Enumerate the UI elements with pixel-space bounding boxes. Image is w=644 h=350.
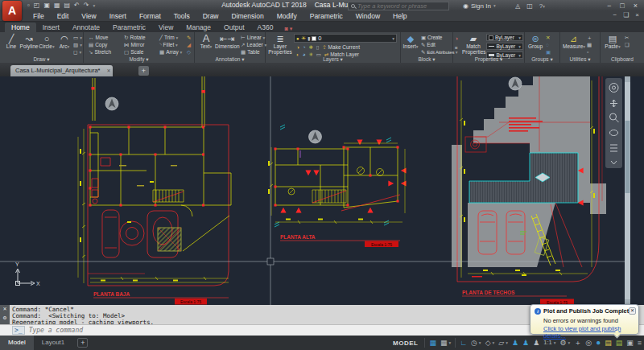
ribbon-display-toggle-icon[interactable]: ◙ ▾ [284, 26, 292, 32]
qat-customize-icon[interactable]: ▾ [93, 1, 96, 10]
menu-window[interactable]: Window [349, 12, 386, 20]
polyline-button[interactable]: ↝Polyline [19, 34, 39, 49]
redo-icon[interactable]: ↷ [84, 1, 89, 10]
ribbon-tab-insert[interactable]: Insert [36, 23, 66, 32]
open-file-icon[interactable]: ◰ [34, 1, 40, 10]
panel-label-modify[interactable]: Modify ▾ [84, 56, 194, 63]
panel-label-draw[interactable]: Draw ▾ [0, 56, 83, 63]
edit-attributes-button[interactable]: ✎Edit Attributes ▾ [421, 49, 457, 56]
notification-close-icon[interactable]: ✕ [629, 307, 636, 315]
layer-dropdown[interactable]: ● ☀ ▮ 0 ▾ [294, 34, 397, 43]
command-close-icon[interactable]: ✕ [0, 305, 10, 314]
rectangle-tool-icon[interactable]: ▭▾ [73, 35, 82, 41]
hatch-tool-icon[interactable]: ▨▾ [73, 42, 82, 48]
model-space-button[interactable]: MODEL [390, 340, 420, 347]
object-color-dropdown[interactable]: ByLayer▾ [486, 34, 523, 41]
file-tab-active[interactable]: Casa L-Municipal_Arquitectura* ✕ [10, 65, 113, 76]
menu-draw[interactable]: Draw [196, 12, 225, 20]
region-tool-icon[interactable]: ◻▾ [73, 49, 81, 56]
quick-select-icon[interactable]: ＋ [587, 35, 594, 41]
linear-button[interactable]: ⊢Linear ▾ [241, 35, 265, 41]
layer-freeze-icon[interactable]: ❄ [309, 44, 313, 50]
text-button[interactable]: AText▾ [197, 34, 215, 50]
create-block-button[interactable]: ▣Create [421, 35, 442, 41]
new-drawing-tab-button[interactable]: + [138, 66, 149, 76]
save-icon[interactable]: ▣ [43, 1, 50, 10]
ribbon-tab-annotate[interactable]: Annotate [66, 23, 106, 32]
offset-button[interactable]: ◇ [187, 49, 192, 56]
measure-button[interactable]: ⊿Measure▾ [563, 34, 584, 50]
panel-label-annotation[interactable]: Annotation ▾ [195, 56, 265, 63]
ribbon-tab-view[interactable]: View [152, 23, 180, 32]
menu-edit[interactable]: Edit [51, 12, 76, 20]
doc-minimize-icon[interactable]: − [613, 11, 617, 19]
menu-tools[interactable]: Tools [167, 12, 196, 20]
group-selection-icon[interactable]: ▣ [546, 49, 552, 56]
fillet-button[interactable]: ◝Fillet ▾ [159, 42, 178, 48]
navigation-bar[interactable] [605, 78, 622, 168]
new-layout-button[interactable]: + [77, 338, 88, 348]
layer-properties-button[interactable]: ≣Layer Properties [268, 34, 292, 55]
drawing-svg[interactable]: PLANTA BAJA Escala 1:75 [0, 76, 644, 305]
grid-display-icon[interactable]: ▦ [429, 336, 436, 350]
doc-close-icon[interactable]: × [635, 11, 639, 19]
isometric-drafting-icon[interactable]: ◇ [485, 336, 491, 350]
command-grip[interactable]: ✕ ⚙ [0, 305, 10, 324]
a360-icon[interactable]: ◬ [515, 2, 520, 10]
minimize-button[interactable]: − [607, 2, 611, 10]
annotation-visibility-icon[interactable]: ♟ [512, 336, 518, 350]
new-file-icon[interactable]: ▫ [27, 1, 30, 10]
scroll-up-icon[interactable] [625, 76, 630, 82]
annotation-autoscale-icon[interactable]: ♟ [522, 336, 529, 350]
layout-tab-model[interactable]: Model [0, 336, 34, 350]
polar-tracking-icon[interactable]: ◷ [471, 336, 477, 350]
undo-icon[interactable]: ↶ [74, 1, 80, 10]
cut-icon[interactable]: ✂ [625, 35, 630, 41]
plot-icon[interactable]: ▤ [64, 1, 71, 10]
canvas-scrollbar[interactable] [625, 76, 630, 305]
panel-label-utilities[interactable]: Utilities ▾ [560, 56, 600, 63]
array-button[interactable]: ▦Array ▾ [159, 49, 182, 56]
command-input[interactable] [29, 327, 270, 334]
line-button[interactable]: ╱Line [2, 34, 21, 49]
layer-isolate-icon[interactable]: ◔ [303, 44, 306, 50]
restore-button[interactable]: □ [620, 2, 624, 10]
file-tab-close-icon[interactable]: ✕ [106, 68, 110, 74]
menu-help[interactable]: Help [386, 12, 413, 20]
trim-button[interactable]: ╱Trim ▾ [159, 35, 178, 41]
model-space-canvas[interactable]: PLANTA BAJA Escala 1:75 [0, 76, 644, 305]
menu-view[interactable]: View [75, 12, 102, 20]
panel-label-properties[interactable]: Properties ▾ [453, 56, 524, 63]
help-icon[interactable]: ?▾ [539, 2, 545, 10]
linetype-dropdown[interactable]: ByLayer▾ [486, 43, 523, 50]
panel-label-clipboard[interactable]: Clipboard [601, 56, 644, 63]
apps-icon[interactable]: ◫ [526, 2, 533, 10]
menu-format[interactable]: Format [133, 12, 167, 20]
point-style-icon[interactable]: ▫ [587, 49, 590, 56]
ribbon-tab-a360[interactable]: A360 [251, 23, 280, 32]
arc-button[interactable]: ◠Arc▾ [55, 34, 74, 50]
explode-button[interactable]: ◢ [187, 42, 192, 48]
panel-label-block[interactable]: Block ▾ [401, 56, 452, 63]
customization-icon[interactable]: ≡ [638, 336, 642, 350]
infocenter-search[interactable] [348, 2, 449, 10]
panel-label-layers[interactable]: Layers ▾ [266, 56, 400, 63]
menu-file[interactable]: File [27, 12, 51, 20]
mirror-button[interactable]: ⋈Mirror [124, 42, 144, 48]
snap-mode-icon[interactable]: ▦ [440, 336, 448, 350]
menu-dimension[interactable]: Dimension [225, 12, 270, 20]
menu-modify[interactable]: Modify [270, 12, 303, 20]
ortho-mode-icon[interactable]: ∟ [460, 336, 467, 350]
sign-in-button[interactable]: ◉ Sign In ▾ [463, 1, 496, 10]
layer-lock-tool-icon[interactable]: ▯ [316, 44, 320, 50]
close-button[interactable]: × [634, 2, 638, 10]
menu-parametric[interactable]: Parametric [303, 12, 349, 20]
circle-button[interactable]: ○Circle▾ [37, 34, 56, 50]
copy-clip-icon[interactable]: ❏ [625, 42, 631, 48]
save-as-icon[interactable]: ▦ [54, 1, 60, 10]
command-customize-icon[interactable]: ⚙ [0, 314, 10, 323]
group-button[interactable]: ⊚Group [526, 34, 544, 49]
menu-insert[interactable]: Insert [103, 12, 133, 20]
rotate-button[interactable]: ↻Rotate [124, 35, 146, 41]
quick-calc-icon[interactable]: ▦ [587, 42, 593, 48]
